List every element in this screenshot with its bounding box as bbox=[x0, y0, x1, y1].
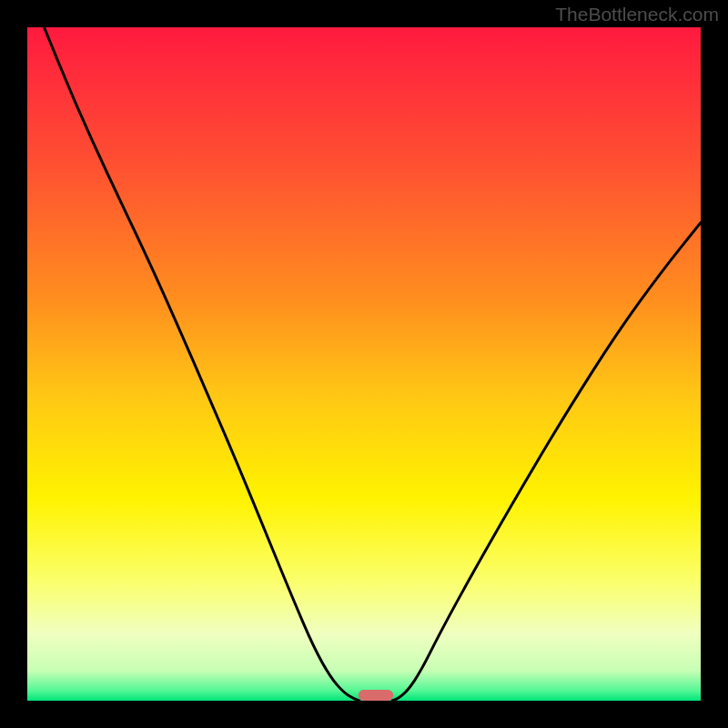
plot-background bbox=[27, 27, 701, 701]
bottleneck-chart bbox=[0, 0, 728, 728]
chart-container: TheBottleneck.com bbox=[0, 0, 728, 728]
bottleneck-marker bbox=[359, 690, 393, 701]
watermark-text: TheBottleneck.com bbox=[555, 4, 719, 25]
